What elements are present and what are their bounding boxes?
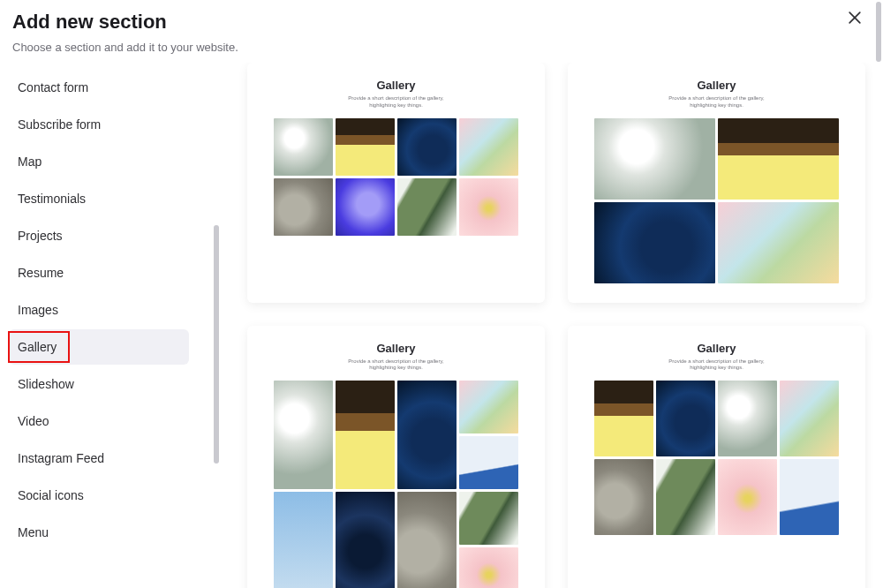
gallery-template-1[interactable]: GalleryProvide a short description of th… <box>247 63 545 303</box>
thumbnail-grid <box>274 118 518 236</box>
section-templates: GalleryProvide a short description of th… <box>221 63 883 588</box>
thumbnail-grid <box>274 381 518 588</box>
sidebar-item-projects[interactable]: Projects <box>9 218 189 253</box>
thumbnail <box>274 178 333 236</box>
card-title: Gallery <box>594 342 839 355</box>
thumbnail <box>459 492 518 545</box>
thumbnail <box>718 118 839 200</box>
thumbnail <box>336 118 395 176</box>
card-title: Gallery <box>594 79 839 92</box>
card-title: Gallery <box>274 342 518 355</box>
gallery-template-4[interactable]: GalleryProvide a short description of th… <box>568 326 865 588</box>
sidebar-item-label: Gallery <box>18 340 57 354</box>
thumbnail <box>336 381 395 489</box>
sidebar-item-video[interactable]: Video <box>9 403 189 439</box>
sidebar-item-label: Map <box>18 155 42 169</box>
sidebar-item-subscribe-form[interactable]: Subscribe form <box>9 107 189 142</box>
sidebar-item-label: Slideshow <box>18 377 74 391</box>
thumbnail <box>397 118 457 176</box>
thumbnail <box>336 492 395 588</box>
thumbnail <box>274 118 333 176</box>
sidebar-item-label: Menu <box>18 525 49 539</box>
sidebar-item-contact-form[interactable]: Contact form <box>9 70 189 105</box>
thumbnail <box>459 178 518 236</box>
sidebar-item-images[interactable]: Images <box>9 292 189 328</box>
sidebar-item-label: Testimonials <box>18 192 86 206</box>
thumbnail <box>397 381 457 489</box>
close-icon <box>846 9 864 30</box>
dialog-subtitle: Choose a section and add it to your webs… <box>12 41 871 54</box>
sidebar-item-map[interactable]: Map <box>9 144 189 179</box>
thumbnail <box>780 459 839 535</box>
thumbnail-grid <box>594 381 839 535</box>
sidebar-item-social-icons[interactable]: Social icons <box>9 478 189 513</box>
card-description: Provide a short description of the galle… <box>274 358 518 373</box>
card-title: Gallery <box>274 79 518 92</box>
sidebar-item-gallery[interactable]: Gallery <box>9 329 189 365</box>
thumbnail <box>397 492 457 588</box>
sidebar-item-label: Instagram Feed <box>18 451 104 465</box>
card-description: Provide a short description of the galle… <box>594 95 839 109</box>
close-button[interactable] <box>844 9 865 30</box>
thumbnail <box>459 436 518 489</box>
thumbnail <box>397 178 457 236</box>
sidebar-item-resume[interactable]: Resume <box>9 255 189 290</box>
thumbnail <box>459 381 518 433</box>
thumbnail <box>459 547 518 588</box>
section-type-sidebar: Contact formSubscribe formMapTestimonial… <box>0 63 221 588</box>
thumbnail <box>274 381 333 489</box>
sidebar-item-label: Video <box>18 414 49 428</box>
sidebar-item-instagram-feed[interactable]: Instagram Feed <box>9 441 189 476</box>
thumbnail <box>594 202 715 283</box>
sidebar-item-label: Social icons <box>18 488 84 502</box>
dialog-title: Add new section <box>12 11 871 34</box>
thumbnail <box>459 118 518 176</box>
sidebar-item-label: Subscribe form <box>18 117 101 132</box>
thumbnail-grid <box>594 118 839 283</box>
gallery-template-2[interactable]: GalleryProvide a short description of th… <box>568 63 865 303</box>
thumbnail <box>656 459 715 535</box>
sidebar-item-label: Resume <box>18 266 64 280</box>
thumbnail <box>336 178 395 236</box>
dialog-header: Add new section Choose a section and add… <box>0 0 883 63</box>
thumbnail <box>718 202 839 283</box>
sidebar-scrollbar[interactable] <box>214 225 219 464</box>
thumbnail <box>594 459 653 535</box>
sidebar-item-label: Images <box>18 303 58 317</box>
thumbnail <box>718 381 777 456</box>
thumbnail <box>656 381 715 456</box>
thumbnail <box>594 381 653 456</box>
sidebar-item-testimonials[interactable]: Testimonials <box>9 181 189 216</box>
sidebar-item-slideshow[interactable]: Slideshow <box>9 366 189 402</box>
card-description: Provide a short description of the galle… <box>274 95 518 109</box>
sidebar-item-menu[interactable]: Menu <box>9 515 189 550</box>
thumbnail <box>594 118 715 200</box>
thumbnail <box>780 381 839 456</box>
sidebar-item-label: Projects <box>18 229 63 243</box>
gallery-template-3[interactable]: GalleryProvide a short description of th… <box>247 326 545 588</box>
thumbnail <box>274 492 333 588</box>
thumbnail <box>718 459 777 535</box>
card-description: Provide a short description of the galle… <box>594 358 839 373</box>
sidebar-item-label: Contact form <box>18 80 88 94</box>
